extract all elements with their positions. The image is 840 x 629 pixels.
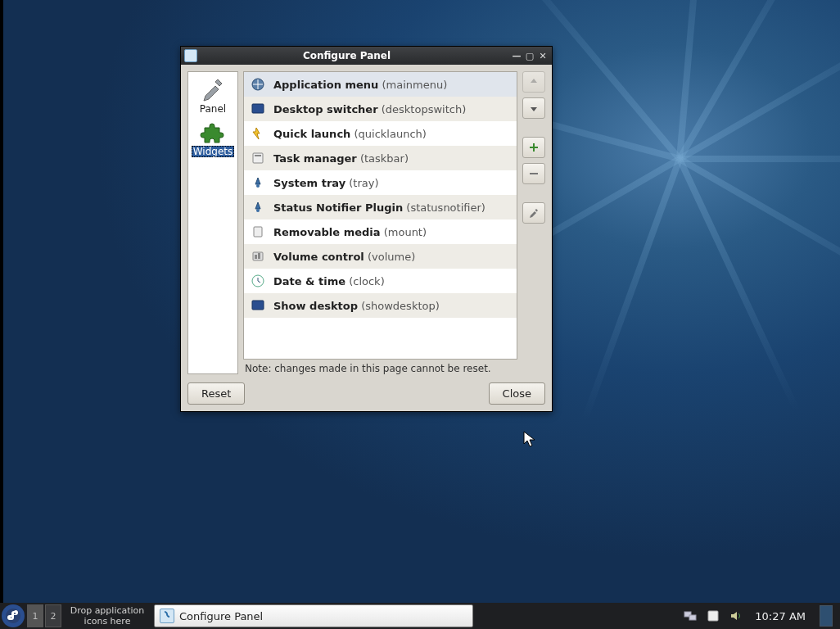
- widget-id: (tray): [349, 177, 378, 189]
- list-item[interactable]: Volume control (volume): [244, 244, 517, 269]
- widget-id: (taskbar): [360, 152, 409, 165]
- window-title: Configure Panel: [184, 50, 509, 61]
- configure-widget-button[interactable]: [522, 202, 545, 224]
- widget-name: Quick launch: [273, 128, 350, 140]
- list-item[interactable]: Desktop switcher (desktopswitch): [244, 97, 517, 121]
- removable-media-tray-icon[interactable]: [706, 609, 720, 623]
- application-menu-button[interactable]: [2, 604, 25, 627]
- fedora-icon: [5, 608, 21, 624]
- status-notifier-icon: [251, 200, 265, 215]
- widget-name: Show desktop: [273, 300, 358, 312]
- widget-name: Volume control: [273, 251, 364, 263]
- task-entry-configure-panel[interactable]: Configure Panel: [154, 604, 473, 627]
- menu-icon: [251, 77, 265, 92]
- reset-button[interactable]: Reset: [187, 382, 245, 405]
- widgets-note: Note: changes made in this page cannot b…: [243, 363, 517, 374]
- panel-taskbar: 1 2 Drop application icons here Configur…: [0, 603, 840, 629]
- svg-rect-11: [252, 301, 264, 310]
- widget-id: (statusnotifier): [406, 201, 485, 214]
- widget-name: Task manager: [273, 152, 357, 165]
- remove-widget-button[interactable]: [522, 163, 545, 184]
- svg-point-4: [256, 184, 260, 188]
- list-item[interactable]: Removable media (mount): [244, 219, 517, 244]
- quicklaunch-drop-area[interactable]: Drop application icons here: [62, 604, 152, 627]
- move-up-button[interactable]: [522, 71, 545, 93]
- sidebar-item-label: Widgets: [192, 146, 235, 157]
- show-desktop-button[interactable]: [820, 605, 833, 627]
- list-item[interactable]: Quick launch (quicklaunch): [244, 121, 517, 146]
- category-sidebar: Panel Widgets: [187, 71, 238, 374]
- titlebar[interactable]: Configure Panel — ▢ ✕: [181, 47, 552, 65]
- mouse-cursor: [523, 431, 536, 449]
- svg-rect-1: [252, 104, 264, 113]
- sidebar-item-panel[interactable]: Panel: [191, 75, 235, 116]
- maximize-button[interactable]: ▢: [524, 50, 535, 61]
- widget-name: Status Notifier Plugin: [273, 201, 403, 214]
- clock[interactable]: 10:27 AM: [752, 610, 809, 622]
- svg-rect-9: [258, 253, 260, 259]
- widget-id: (quicklaunch): [354, 128, 426, 140]
- show-desktop-icon: [251, 298, 265, 313]
- svg-rect-2: [253, 153, 263, 163]
- minimize-button[interactable]: —: [511, 50, 522, 61]
- tray-icon: [251, 175, 265, 190]
- widget-actions: [522, 71, 545, 374]
- svg-rect-12: [530, 173, 538, 174]
- svg-point-5: [256, 209, 260, 212]
- widget-id: (volume): [368, 251, 415, 263]
- workspace-2-button[interactable]: 2: [45, 604, 61, 627]
- system-tray: 10:27 AM: [678, 605, 840, 627]
- clock-icon: [251, 274, 265, 288]
- widget-name: Date & time: [273, 275, 345, 287]
- svg-rect-3: [255, 155, 261, 156]
- network-icon[interactable]: [683, 609, 698, 623]
- desktop-switcher-icon: [251, 102, 265, 116]
- task-title: Configure Panel: [179, 610, 263, 622]
- widget-name: System tray: [273, 177, 345, 189]
- taskbar-icon: [251, 151, 265, 165]
- widget-list[interactable]: Application menu (mainmenu) Desktop swit…: [243, 71, 517, 360]
- svg-rect-16: [708, 611, 718, 621]
- puzzle-icon: [200, 120, 226, 146]
- svg-rect-8: [255, 255, 257, 259]
- task-icon: [160, 609, 174, 623]
- close-button[interactable]: Close: [489, 382, 545, 405]
- widget-id: (mount): [384, 226, 427, 238]
- removable-media-icon: [251, 224, 265, 239]
- widget-id: (clock): [349, 275, 385, 287]
- widget-id: (desktopswitch): [382, 103, 467, 115]
- widget-name: Desktop switcher: [273, 103, 378, 115]
- list-item[interactable]: Status Notifier Plugin (statusnotifier): [244, 195, 517, 219]
- widget-name: Removable media: [273, 226, 381, 238]
- widget-name: Application menu: [273, 79, 378, 91]
- list-item[interactable]: Show desktop (showdesktop): [244, 293, 517, 318]
- quicklaunch-icon: [251, 126, 265, 141]
- workspace-1-button[interactable]: 1: [27, 604, 43, 627]
- close-window-button[interactable]: ✕: [537, 50, 549, 61]
- add-widget-button[interactable]: [522, 137, 545, 158]
- volume-icon: [251, 249, 265, 264]
- sidebar-item-label: Panel: [200, 103, 226, 115]
- svg-rect-6: [254, 227, 262, 237]
- svg-rect-15: [689, 615, 696, 620]
- widget-id: (showdesktop): [361, 300, 440, 312]
- list-item[interactable]: Task manager (taskbar): [244, 146, 517, 170]
- list-item[interactable]: Application menu (mainmenu): [244, 72, 517, 97]
- list-item[interactable]: Date & time (clock): [244, 269, 517, 293]
- sidebar-item-widgets[interactable]: Widgets: [191, 118, 235, 159]
- volume-tray-icon[interactable]: [729, 609, 743, 623]
- wrench-icon: [200, 77, 226, 103]
- widget-id: (mainmenu): [382, 79, 447, 91]
- list-item[interactable]: System tray (tray): [244, 170, 517, 195]
- configure-panel-window: Configure Panel — ▢ ✕ Panel Widgets: [180, 46, 553, 412]
- move-down-button[interactable]: [522, 97, 545, 119]
